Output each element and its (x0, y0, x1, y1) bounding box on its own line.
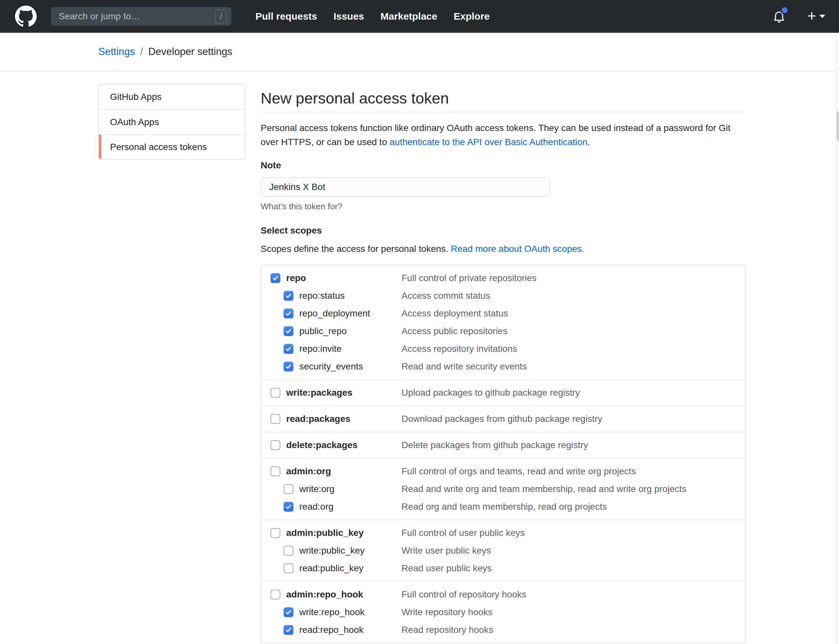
scope-label-cell: admin:repo_hook (261, 589, 402, 600)
scope-group-write:packages: write:packagesUpload packages to github … (261, 380, 745, 406)
top-navigation-bar: / Pull requestsIssuesMarketplaceExplore … (0, 0, 839, 33)
checkbox-read:org[interactable] (284, 502, 294, 512)
scope-row-delete:packages: delete:packagesDelete packages from gith… (261, 436, 745, 454)
scope-row-repo:invite: repo:inviteAccess repository invitations (261, 340, 745, 358)
scope-name: read:repo_hook (299, 625, 363, 635)
scope-description: Read org and team membership, read org p… (402, 501, 607, 512)
checkbox-repo:status[interactable] (284, 291, 294, 301)
scope-description: Read and write security events (402, 361, 527, 372)
create-new-dropdown[interactable]: + (807, 10, 825, 23)
note-label: Note (261, 160, 746, 171)
scope-label-cell: repo:status (261, 291, 402, 301)
scope-description: Access public repositories (402, 326, 507, 337)
sidebar-item-github-apps[interactable]: GitHub Apps (99, 84, 245, 109)
scope-name: write:public_key (299, 545, 364, 556)
developer-settings-sidebar: GitHub AppsOAuth AppsPersonal access tok… (98, 84, 246, 160)
scope-label-cell: repo:invite (261, 343, 402, 354)
scope-name: write:repo_hook (299, 607, 364, 618)
scope-row-write:repo_hook: write:repo_hookWrite repository hooks (261, 603, 745, 621)
scope-name: delete:packages (286, 440, 358, 450)
scrollbar-thumb[interactable] (837, 112, 839, 141)
scope-group-delete:packages: delete:packagesDelete packages from gith… (261, 432, 745, 458)
nav-link-pull-requests[interactable]: Pull requests (255, 11, 317, 22)
scope-name: read:org (299, 501, 333, 512)
checkbox-repo_deployment[interactable] (284, 309, 294, 319)
oauth-scopes-link[interactable]: Read more about OAuth scopes. (451, 244, 585, 254)
checkbox-write:org[interactable] (284, 484, 294, 494)
scope-name: security_events (299, 361, 363, 372)
check-icon (272, 274, 279, 282)
nav-link-issues[interactable]: Issues (333, 11, 364, 22)
scope-label-cell: read:org (261, 501, 402, 512)
notifications-button[interactable] (772, 9, 786, 24)
checkbox-admin:repo_hook[interactable] (271, 590, 280, 600)
checkbox-admin:public_key[interactable] (271, 528, 280, 538)
scope-name: write:packages (286, 388, 352, 398)
checkbox-repo[interactable] (271, 273, 280, 283)
scopes-checklist: repoFull control of private repositories… (261, 264, 746, 644)
check-icon (285, 626, 292, 634)
basic-auth-link[interactable]: authenticate to the API over Basic Authe… (390, 137, 588, 147)
scope-description: Write user public keys (402, 545, 491, 556)
note-input[interactable] (261, 177, 550, 197)
sidebar-item-label: OAuth Apps (110, 117, 159, 127)
sidebar-item-label: GitHub Apps (110, 92, 161, 102)
check-icon (285, 345, 292, 352)
search-input[interactable] (59, 11, 215, 21)
scope-row-read:public_key: read:public_keyRead user public keys (261, 560, 745, 577)
scopes-text: Scopes define the access for personal to… (261, 244, 451, 254)
scope-description: Access deployment status (402, 308, 508, 319)
page-scrollbar[interactable] (836, 33, 839, 644)
scope-name: repo:status (299, 291, 345, 301)
scope-row-repo_deployment: repo_deploymentAccess deployment status (261, 305, 745, 322)
scope-row-public_repo: public_repoAccess public repositories (261, 322, 745, 340)
breadcrumb-separator: / (140, 46, 143, 58)
scope-label-cell: read:repo_hook (261, 625, 402, 635)
checkbox-read:public_key[interactable] (284, 564, 294, 573)
sidebar-item-personal-access-tokens[interactable]: Personal access tokens (99, 134, 245, 159)
breadcrumb-settings-link[interactable]: Settings (98, 46, 135, 58)
checkbox-read:repo_hook[interactable] (284, 625, 294, 635)
intro-period: . (588, 137, 590, 147)
scope-label-cell: delete:packages (261, 440, 402, 450)
scope-description: Full control of repository hooks (402, 589, 526, 600)
slash-shortcut-hint: / (215, 10, 227, 23)
scope-name: read:packages (286, 414, 350, 424)
chevron-down-icon (819, 15, 825, 18)
global-search-box[interactable]: / (51, 7, 231, 26)
nav-link-explore[interactable]: Explore (453, 11, 489, 22)
checkbox-write:public_key[interactable] (284, 546, 294, 555)
scope-description: Read user public keys (402, 563, 491, 573)
checkbox-admin:org[interactable] (271, 467, 280, 476)
checkbox-write:repo_hook[interactable] (284, 607, 294, 617)
scope-group-read:packages: read:packagesDownload packages from gith… (261, 406, 745, 432)
scope-group-repo: repoFull control of private repositories… (261, 265, 745, 380)
sidebar-item-oauth-apps[interactable]: OAuth Apps (99, 109, 245, 134)
checkbox-write:packages[interactable] (271, 388, 280, 398)
checkbox-delete:packages[interactable] (271, 440, 280, 450)
scope-name: write:org (299, 484, 334, 494)
scope-description: Upload packages to github package regist… (402, 388, 580, 398)
scope-description: Read repository hooks (402, 625, 493, 635)
checkbox-repo:invite[interactable] (284, 344, 294, 354)
main-panel: New personal access token Personal acces… (261, 84, 746, 644)
scope-row-admin:public_key: admin:public_keyFull control of user pub… (261, 524, 745, 542)
scope-label-cell: public_repo (261, 326, 402, 337)
scope-name: public_repo (299, 326, 347, 337)
scope-label-cell: security_events (261, 361, 402, 372)
nav-link-marketplace[interactable]: Marketplace (381, 11, 437, 22)
scope-name: admin:repo_hook (286, 589, 363, 600)
scope-description: Delete packages from github package regi… (402, 440, 588, 450)
note-help-text: What’s this token for? (261, 202, 746, 212)
checkbox-read:packages[interactable] (271, 414, 280, 424)
scope-row-read:repo_hook: read:repo_hookRead repository hooks (261, 621, 745, 639)
scope-label-cell: admin:public_key (261, 528, 402, 538)
check-icon (285, 609, 292, 616)
unread-notification-dot (780, 6, 789, 15)
scope-label-cell: admin:org (261, 466, 402, 476)
scope-row-security_events: security_eventsRead and write security e… (261, 358, 745, 375)
checkbox-public_repo[interactable] (284, 326, 294, 336)
checkbox-security_events[interactable] (284, 361, 294, 371)
github-logo-icon[interactable] (15, 6, 37, 27)
scope-name: admin:public_key (286, 528, 364, 538)
